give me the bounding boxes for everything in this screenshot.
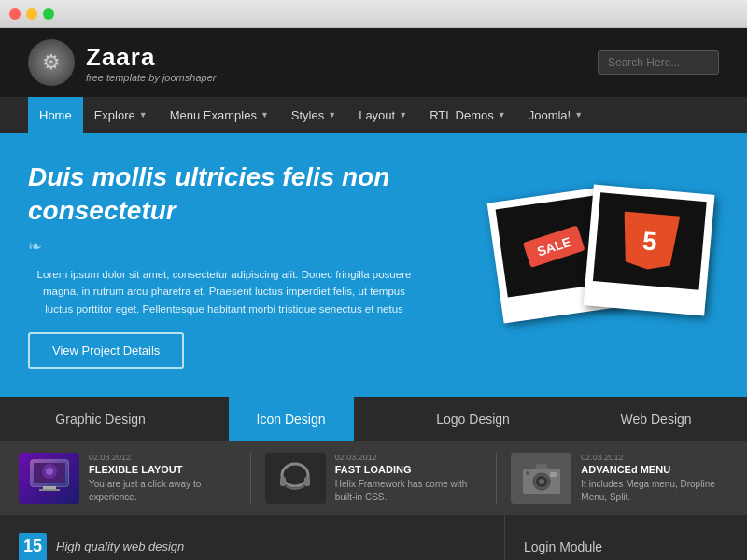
browser-chrome xyxy=(0,0,747,28)
feature-card-flexible-layout: 02.03.2012 FLEXIBLE LAYOUT You are just … xyxy=(19,453,236,504)
nav-item-menu-examples[interactable]: Menu Examples ▼ xyxy=(159,97,280,133)
feature-date-1: 02.03.2012 xyxy=(89,453,236,462)
monitor-icon xyxy=(26,458,73,497)
hero-text: Duis mollis ultricies felis non consecte… xyxy=(28,161,420,369)
logo-title: Zaara xyxy=(86,43,216,72)
svg-rect-9 xyxy=(304,477,310,486)
features-section: 02.03.2012 FLEXIBLE LAYOUT You are just … xyxy=(0,441,747,515)
chevron-down-icon: ▼ xyxy=(399,110,407,119)
feature-divider-2 xyxy=(496,453,497,504)
gear-icon: ⚙ xyxy=(42,50,61,75)
camera-icon xyxy=(518,458,565,497)
svg-point-4 xyxy=(46,468,53,475)
hero-section: Duis mollis ultricies felis non consecte… xyxy=(0,133,747,397)
feature-divider-1 xyxy=(250,453,251,504)
tab-graphic-design[interactable]: Graphic Design xyxy=(27,397,174,441)
search-input[interactable] xyxy=(598,50,719,75)
logo-area: ⚙ Zaara free template by joomshaper xyxy=(28,39,216,86)
dot-red[interactable] xyxy=(9,8,21,20)
feature-card-fast-loading: 02.03.2012 FAST LOADING Helix Framework … xyxy=(265,453,483,504)
nav-item-styles[interactable]: Styles ▼ xyxy=(280,97,347,133)
feature-date-2: 02.03.2012 xyxy=(335,453,483,462)
tab-logo-design[interactable]: Logo Design xyxy=(408,397,538,441)
svg-rect-6 xyxy=(39,489,60,491)
svg-point-7 xyxy=(282,464,308,486)
polaroid-inner-2: 5 xyxy=(593,193,707,291)
bottom-text: High quality web design xyxy=(56,539,184,553)
logo-icon: ⚙ xyxy=(28,39,75,86)
chevron-down-icon: ▼ xyxy=(574,110,583,119)
feature-desc-3: It includes Mega menu, Dropline Menu, Sp… xyxy=(581,478,728,504)
chevron-down-icon: ▼ xyxy=(139,110,148,119)
feature-image-fast-loading xyxy=(265,453,326,504)
html5-badge: 5 xyxy=(619,212,680,273)
hero-images: SALE 5 xyxy=(476,189,719,339)
feature-date-3: 02.03.2012 xyxy=(581,453,728,462)
nav-item-home[interactable]: Home xyxy=(28,97,83,133)
feature-desc-1: You are just a click away to experience. xyxy=(89,478,236,504)
feature-text-fast-loading: 02.03.2012 FAST LOADING Helix Framework … xyxy=(335,453,483,504)
headphones-icon xyxy=(272,458,318,497)
logo-text: Zaara free template by joomshaper xyxy=(86,43,216,83)
svg-rect-5 xyxy=(43,486,56,489)
svg-point-14 xyxy=(539,479,544,484)
svg-rect-15 xyxy=(550,472,557,477)
polaroid-2: 5 xyxy=(584,185,715,316)
sale-badge: SALE xyxy=(523,225,585,268)
logo-subtitle: free template by joomshaper xyxy=(86,72,216,83)
bottom-left: 15 High quality web design xyxy=(0,515,504,560)
design-tabs: Graphic Design Icon Design Logo Design W… xyxy=(0,397,747,441)
dot-yellow[interactable] xyxy=(26,8,37,20)
view-project-button[interactable]: View Project Details xyxy=(28,332,184,369)
nav-item-joomla[interactable]: Joomla! ▼ xyxy=(517,97,594,133)
chevron-down-icon: ▼ xyxy=(498,110,506,119)
tab-web-design[interactable]: Web Design xyxy=(593,397,720,441)
feature-text-advanced-menu: 02.03.2012 ADVANCEd MENU It includes Meg… xyxy=(581,453,728,504)
header: ⚙ Zaara free template by joomshaper xyxy=(0,28,747,97)
login-module-label: Login Module xyxy=(524,539,602,554)
nav-item-rtl-demos[interactable]: RTL Demos ▼ xyxy=(418,97,517,133)
feature-image-flexible-layout xyxy=(19,453,79,504)
feature-text-flexible-layout: 02.03.2012 FLEXIBLE LAYOUT You are just … xyxy=(89,453,236,504)
hero-body: Lorem ipsum dolor sit amet, consectetur … xyxy=(28,266,420,317)
feature-title-1: FLEXIBLE LAYOUT xyxy=(89,464,236,475)
tab-icon-design[interactable]: Icon Design xyxy=(229,397,354,441)
page: ⚙ Zaara free template by joomshaper Home… xyxy=(0,28,747,560)
nav-item-explore[interactable]: Explore ▼ xyxy=(83,97,159,133)
svg-rect-8 xyxy=(280,477,286,486)
bottom-number: 15 xyxy=(19,533,47,560)
nav-item-layout[interactable]: Layout ▼ xyxy=(347,97,418,133)
hero-divider: ❧ xyxy=(28,236,420,257)
dot-green[interactable] xyxy=(43,8,54,20)
bottom-row: 15 High quality web design Login Module xyxy=(0,515,747,560)
chevron-down-icon: ▼ xyxy=(328,110,336,119)
feature-title-3: ADVANCEd MENU xyxy=(581,464,728,475)
bottom-right: Login Module xyxy=(504,515,747,560)
feature-card-advanced-menu: 02.03.2012 ADVANCEd MENU It includes Meg… xyxy=(511,453,728,504)
nav: Home Explore ▼ Menu Examples ▼ Styles ▼ … xyxy=(0,97,747,133)
feature-image-advanced-menu xyxy=(511,453,571,504)
chevron-down-icon: ▼ xyxy=(261,110,269,119)
feature-desc-2: Helix Framework has come with built-in C… xyxy=(335,478,483,504)
hero-title: Duis mollis ultricies felis non consecte… xyxy=(28,161,420,229)
feature-title-2: FAST LOADING xyxy=(335,464,483,475)
svg-point-16 xyxy=(526,471,529,475)
